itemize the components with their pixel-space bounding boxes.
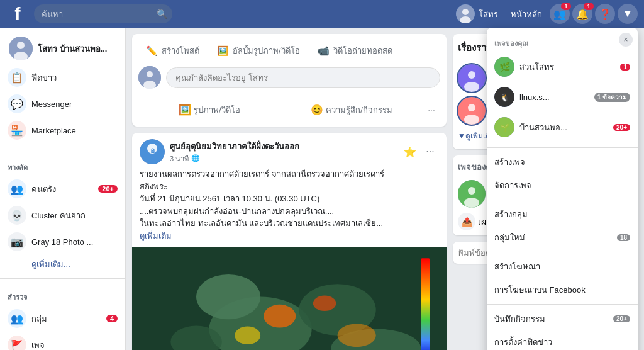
avatar xyxy=(456,4,475,23)
dropdown-toggle-btn[interactable]: ▼ xyxy=(618,4,638,24)
sidebar-item-messenger[interactable]: 💬 Messenger xyxy=(0,91,125,117)
post-more-btn[interactable]: ··· xyxy=(421,143,439,161)
sidebar-cluster-label: Cluster คนยาก xyxy=(31,209,118,222)
dropdown-fb-ads[interactable]: การโฆษณาบน Facebook xyxy=(487,278,638,302)
svg-point-18 xyxy=(264,305,296,328)
post-action-feeling[interactable]: 😊 ความรู้สึก/กิจกรรม xyxy=(280,99,423,120)
fb-logo: f xyxy=(6,4,29,24)
photo-action-icon: 🖼️ xyxy=(179,104,191,116)
post-star-btn[interactable]: ⭐ xyxy=(401,143,419,161)
dropdown-divider-4 xyxy=(487,304,638,305)
notifications-icon-btn[interactable]: 🔔 1 xyxy=(572,4,592,24)
create-post-tab-0[interactable]: ✏️ สร้างโพสต์ xyxy=(138,40,207,61)
create-post-tab-2[interactable]: 📹 วิดีโอถ่ายทอดสด xyxy=(310,40,400,61)
dropdown-page-avatar-1: 🐧 xyxy=(494,87,514,107)
sidebar-username: โสทร บ้านสวนพอ... xyxy=(38,42,107,55)
dropdown-activity-log-label: บันทึกกิจกรรม xyxy=(494,312,545,325)
sidebar-item-cluster[interactable]: 💀 Cluster คนยาก xyxy=(0,202,125,229)
feed-column: ✏️ สร้างโพสต์ 🖼️ อัลบั้มรูปภาพ/วิดีโอ 📹 … xyxy=(132,34,447,344)
svg-text:🐧: 🐧 xyxy=(500,93,509,102)
sidebar-item-gray18[interactable]: 📷 Gray 18 Photo ... xyxy=(0,229,125,255)
search-icon[interactable]: 🔍 xyxy=(157,9,167,19)
dropdown-page-1[interactable]: 🐧 llnux.s... 1 ข้อความ xyxy=(487,82,638,112)
svg-rect-22 xyxy=(421,258,430,350)
dropdown-page-0-left: 🌿 สวนโสทร xyxy=(494,57,554,77)
create-post-icon: ✏️ xyxy=(146,45,158,57)
dropdown-new-group[interactable]: กลุ่มใหม่ 18 xyxy=(487,226,638,249)
dropdown-create-group[interactable]: สร้างกลุ่ม xyxy=(487,203,638,226)
sidebar-messenger-label: Messenger xyxy=(31,99,118,109)
friends-icon-btn[interactable]: 👥 1 xyxy=(550,4,570,24)
post-text-line-4: ในทะเลอ่าวไทย ทะเลอันดามัน และบริเวณชายแ… xyxy=(140,217,439,230)
sidebar-pages-label: เพจ xyxy=(31,339,118,351)
post-author-name[interactable]: ศูนย์อุตุนิยมวิทยาภาคใต้ฝั่งตะวันออก xyxy=(170,140,401,153)
pages-icon: 🚩 xyxy=(8,336,26,350)
post-author-avatar: อ xyxy=(140,139,165,164)
post-action-photo[interactable]: 🖼️ รูปภาพ/วิดีโอ xyxy=(138,99,280,120)
post-text: รายงานผลการตรวจอากาศด้วยเรดาร์ จากสถานีต… xyxy=(132,168,447,247)
svg-point-21 xyxy=(338,324,376,347)
dropdown-menu: × เพจของคุณ 🌿 สวนโสทร 1 🐧 llnux.s... 1 ข… xyxy=(487,28,638,350)
svg-point-15 xyxy=(196,274,260,319)
sidebar-item-kontrang[interactable]: 👥 คนตรัง 20+ xyxy=(0,176,125,202)
story-avatar-wrap-0 xyxy=(458,64,486,92)
dropdown-page-badge-1: 1 ข้อความ xyxy=(594,93,630,102)
sidebar-user[interactable]: โสทร บ้านสวนพอ... xyxy=(3,33,123,64)
live-label: วิดีโอถ่ายทอดสด xyxy=(333,44,392,57)
album-icon: 🖼️ xyxy=(217,45,229,57)
dropdown-page-badge-2: 20+ xyxy=(613,124,630,131)
dropdown-new-group-label: กลุ่มใหม่ xyxy=(494,231,525,244)
sidebar-item-pages[interactable]: 🚩 เพจ xyxy=(0,332,125,350)
dropdown-pages-section: เพจของคุณ 🌿 สวนโสทร 1 🐧 llnux.s... 1 ข้อ… xyxy=(487,33,638,145)
notification-badge: 1 xyxy=(584,3,594,10)
create-post-tab-1[interactable]: 🖼️ อัลบั้มรูปภาพ/วิดีโอ xyxy=(209,40,308,61)
svg-text:🌿: 🌿 xyxy=(499,62,511,72)
share-icon-btn[interactable]: 📤 xyxy=(458,213,475,230)
sidebar-item-feed[interactable]: 📋 ฟีดข่าว ··· xyxy=(0,64,125,91)
sidebar-gray18-label: Gray 18 Photo ... xyxy=(31,237,118,247)
header: f 🔍 โสทร หน้าหลัก 👥 1 🔔 1 ❓ ▼ xyxy=(0,0,644,28)
post-action-bar: 🖼️ รูปภาพ/วิดีโอ 😊 ความรู้สึก/กิจกรรม ··… xyxy=(138,94,440,120)
help-icon-btn[interactable]: ❓ xyxy=(595,4,615,24)
home-nav-item[interactable]: หน้าหลัก xyxy=(506,5,547,23)
svg-point-20 xyxy=(313,296,336,311)
dropdown-page-2-left: 🌱 บ้านสวนพอ... xyxy=(494,117,567,137)
post-image: PPI (dBZ) 03:30 / 21-Jun-2018 Sathing Ph… xyxy=(132,247,447,350)
dropdown-activity-log[interactable]: บันทึกกิจกรรม 20+ xyxy=(487,307,638,330)
search-container: 🔍 xyxy=(34,4,172,23)
story-ring-0 xyxy=(457,63,487,93)
dropdown-page-0[interactable]: 🌿 สวนโสทร 1 xyxy=(487,52,638,82)
dropdown-activity-badge: 20+ xyxy=(613,315,630,322)
sidebar-more-shortcuts[interactable]: ดูเพิ่มเติม... xyxy=(0,255,125,273)
dropdown-manage-page[interactable]: จัดการเพจ xyxy=(487,174,638,197)
create-post-tabs: ✏️ สร้างโพสต์ 🖼️ อัลบั้มรูปภาพ/วิดีโอ 📹 … xyxy=(138,40,440,61)
sidebar-item-groups[interactable]: 👥 กลุ่ม 4 xyxy=(0,305,125,332)
post-action-more-btn[interactable]: ··· xyxy=(423,101,440,119)
dropdown-page-2[interactable]: 🌱 บ้านสวนพอ... 20+ xyxy=(487,112,638,142)
user-nav-item[interactable]: โสทร xyxy=(451,2,503,26)
dropdown-close-btn[interactable]: × xyxy=(619,33,633,47)
dropdown-create-page[interactable]: สร้างเพจ xyxy=(487,150,638,174)
create-post-input[interactable] xyxy=(166,67,440,88)
sidebar-item-marketplace[interactable]: 🏪 Marketplace xyxy=(0,117,125,144)
dropdown-news-feed-prefs[interactable]: การตั้งค่าฟีดข่าว xyxy=(487,330,638,350)
post-options: ⭐ ··· xyxy=(401,143,439,161)
sidebar-section-shortcuts: ทางลัด xyxy=(0,154,125,176)
dropdown-news-feed-prefs-label: การตั้งค่าฟีดข่าว xyxy=(494,336,552,349)
nav-user-name: โสทร xyxy=(479,8,498,21)
dropdown-create-ad[interactable]: สร้างโฆษณา xyxy=(487,255,638,278)
feed-icon: 📋 xyxy=(8,68,26,87)
dropdown-new-group-badge: 18 xyxy=(617,234,630,241)
svg-point-19 xyxy=(235,327,260,345)
post-header: อ ศูนย์อุตุนิยมวิทยาภาคใต้ฝั่งตะวันออก 3… xyxy=(132,133,447,168)
cluster-icon: 💀 xyxy=(8,206,26,225)
post-see-more-link[interactable]: ดูเพิ่มเติม xyxy=(140,231,172,240)
groups-icon: 👥 xyxy=(8,309,26,328)
sidebar-user-avatar xyxy=(9,37,33,60)
post-text-line-2: วันที่ 21 มิถุนายน 2561 เวลา 10.30 น. (0… xyxy=(140,193,439,205)
dropdown-divider-2 xyxy=(487,200,638,200)
create-post-input-row xyxy=(138,66,440,89)
dropdown-page-1-left: 🐧 llnux.s... xyxy=(494,87,550,107)
svg-point-7 xyxy=(147,71,153,77)
search-input[interactable] xyxy=(34,4,172,23)
